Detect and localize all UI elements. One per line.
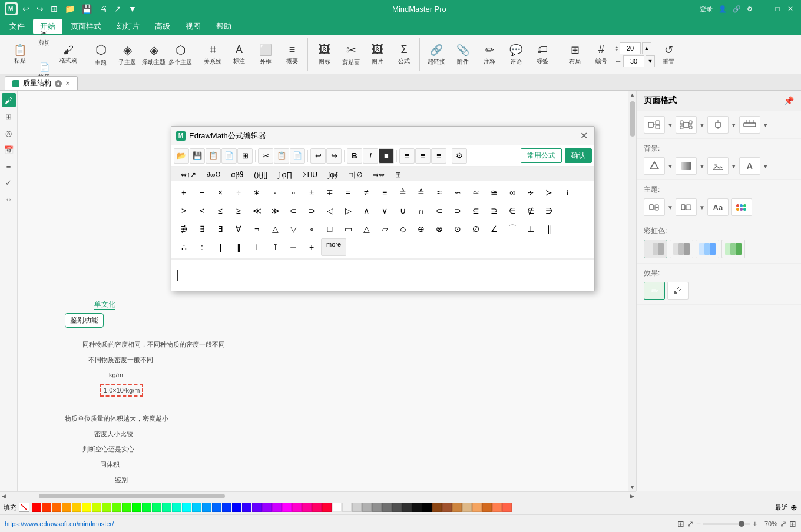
- color-swatch[interactable]: [362, 503, 372, 512]
- theme-btn[interactable]: ⬡ 主题: [88, 38, 114, 71]
- zoom-out-btn[interactable]: −: [696, 519, 701, 528]
- minimize-btn[interactable]: ─: [759, 3, 770, 15]
- relation-btn[interactable]: ⌗ 关系线: [200, 38, 226, 71]
- spacing-h-input[interactable]: 30: [623, 55, 644, 67]
- color-swatch[interactable]: [272, 503, 282, 512]
- sym-neg[interactable]: ¬: [248, 220, 266, 238]
- color-swatch[interactable]: [292, 503, 302, 512]
- effect-style-1[interactable]: ✏: [644, 282, 665, 300]
- theme-font-btn[interactable]: Aa: [707, 198, 729, 216]
- sym-tri2[interactable]: △: [358, 220, 375, 238]
- color-swatch[interactable]: [242, 503, 251, 512]
- bg-color-chevron[interactable]: ▼: [667, 163, 673, 169]
- theme-style-chevron[interactable]: ▼: [699, 204, 705, 211]
- sym-nexists[interactable]: Ǝ: [211, 220, 229, 238]
- sym-succ[interactable]: ≻: [540, 184, 558, 201]
- node-volume-density[interactable]: 物质单位质量的体积越大，密度越小: [65, 414, 168, 423]
- color-swatch[interactable]: [452, 503, 462, 512]
- color-swatch[interactable]: [92, 503, 101, 512]
- color-swatch[interactable]: [352, 503, 362, 512]
- sym-tab-squares[interactable]: □∣∅: [344, 169, 367, 181]
- dt-open-btn[interactable]: 📂: [174, 148, 189, 164]
- tag-btn[interactable]: 🏷 标签: [529, 38, 555, 71]
- color-swatch[interactable]: [322, 503, 332, 512]
- sym-cup[interactable]: ∪: [394, 202, 412, 220]
- sym-plus2[interactable]: +: [303, 238, 320, 256]
- dt-save-btn[interactable]: 💾: [190, 148, 205, 164]
- color-swatch[interactable]: [52, 503, 61, 512]
- dt-align-left-btn[interactable]: ≡: [399, 148, 415, 164]
- spacing-h-down[interactable]: ▼: [646, 55, 655, 67]
- fit-width-btn[interactable]: ⤢: [687, 519, 694, 528]
- sym-ni[interactable]: ∋: [540, 202, 558, 220]
- format-painter-btn[interactable]: 🖌 格式刷: [55, 38, 81, 71]
- reset-btn[interactable]: ↺ 重置: [656, 38, 681, 71]
- sym-angle[interactable]: ∠: [485, 220, 503, 238]
- color-swatch[interactable]: [182, 503, 191, 512]
- no-fill-btn[interactable]: [19, 503, 29, 512]
- sym-equiv[interactable]: ≡: [376, 184, 393, 201]
- color-swatch[interactable]: [402, 503, 412, 512]
- dt-common-formula-btn[interactable]: 常用公式: [521, 148, 562, 163]
- formula-btn[interactable]: Σ 公式: [391, 38, 417, 71]
- clipart-btn[interactable]: ✂ 剪贴画: [338, 38, 364, 71]
- color-swatch[interactable]: [62, 503, 71, 512]
- color-swatch[interactable]: [482, 503, 492, 512]
- sym-infty[interactable]: ∞: [504, 184, 521, 201]
- sym-sim[interactable]: ∽: [449, 184, 466, 201]
- sym-ast[interactable]: ∗: [248, 184, 266, 201]
- layout-chevron-1[interactable]: ▼: [667, 122, 673, 128]
- color-swatch[interactable]: [382, 503, 392, 512]
- sym-pm[interactable]: ±: [303, 184, 320, 201]
- color-swatch[interactable]: [102, 503, 111, 512]
- menu-advanced[interactable]: 高级: [148, 19, 177, 34]
- sym-tab-grid[interactable]: ⊞: [390, 169, 406, 181]
- spacing-v-input[interactable]: 20: [620, 42, 641, 54]
- sym-triangle[interactable]: △: [266, 220, 284, 238]
- sym-circeq[interactable]: ≙: [412, 184, 430, 201]
- color-swatch[interactable]: [122, 503, 131, 512]
- color-swatch[interactable]: [82, 503, 91, 512]
- color-swatch[interactable]: [132, 503, 141, 512]
- close-btn[interactable]: ✕: [785, 3, 796, 15]
- dt-paste2-btn[interactable]: 📄: [221, 148, 237, 164]
- sym-cong[interactable]: ≅: [485, 184, 503, 201]
- dt-copy3-btn[interactable]: 📋: [274, 148, 289, 164]
- sym-dashv[interactable]: ⊣: [284, 238, 302, 256]
- sym-prec[interactable]: ⊂: [284, 202, 302, 220]
- maximize-btn[interactable]: □: [772, 3, 783, 15]
- sym-notin[interactable]: ∉: [522, 202, 539, 220]
- sym-diamond[interactable]: ◇: [394, 220, 412, 238]
- sym-approx[interactable]: ≈: [431, 184, 448, 201]
- sym-parallel2[interactable]: ∥: [230, 238, 247, 256]
- rainbow-swatch-4[interactable]: [721, 240, 745, 258]
- layout-btn[interactable]: ⊞ 布局: [562, 38, 588, 71]
- more-colors-icon[interactable]: ⊕: [790, 503, 797, 512]
- sym-intercal[interactable]: ⊺: [266, 238, 284, 256]
- icon-btn[interactable]: 🖼 图标: [312, 38, 337, 71]
- color-swatch[interactable]: [142, 503, 151, 512]
- sym-tab-sigma[interactable]: ΣΠU: [298, 169, 322, 181]
- sym-triangledown[interactable]: ▽: [284, 220, 302, 238]
- sym-div[interactable]: ÷: [230, 184, 247, 201]
- sym-gg[interactable]: ≫: [266, 202, 284, 220]
- comment-btn[interactable]: 💬 评论: [503, 38, 529, 71]
- sym-empty[interactable]: ∅: [467, 220, 485, 238]
- node-density-value[interactable]: 1.0×10³kg/m: [100, 384, 143, 397]
- layout-style-3[interactable]: [707, 116, 729, 134]
- open-icon[interactable]: 📁: [62, 3, 77, 15]
- color-swatch[interactable]: [462, 503, 472, 512]
- sym-square[interactable]: □: [321, 220, 339, 238]
- lp-outline-btn[interactable]: ≡: [2, 159, 16, 173]
- export-icon[interactable]: ↗: [112, 3, 124, 15]
- color-swatch[interactable]: [282, 503, 292, 512]
- hyperlink-btn[interactable]: 🔗 超链接: [423, 38, 449, 71]
- share-btn[interactable]: 🔗: [733, 5, 741, 13]
- new-icon[interactable]: ⊞: [48, 3, 60, 15]
- sym-supset[interactable]: ⊃: [449, 202, 466, 220]
- sym-minus[interactable]: −: [193, 184, 211, 201]
- hscroll-thumb[interactable]: [39, 494, 225, 498]
- hscroll-left-arrow[interactable]: ◀: [0, 493, 8, 499]
- color-swatch[interactable]: [492, 503, 502, 512]
- node-same-volume[interactable]: 同体积: [100, 460, 120, 469]
